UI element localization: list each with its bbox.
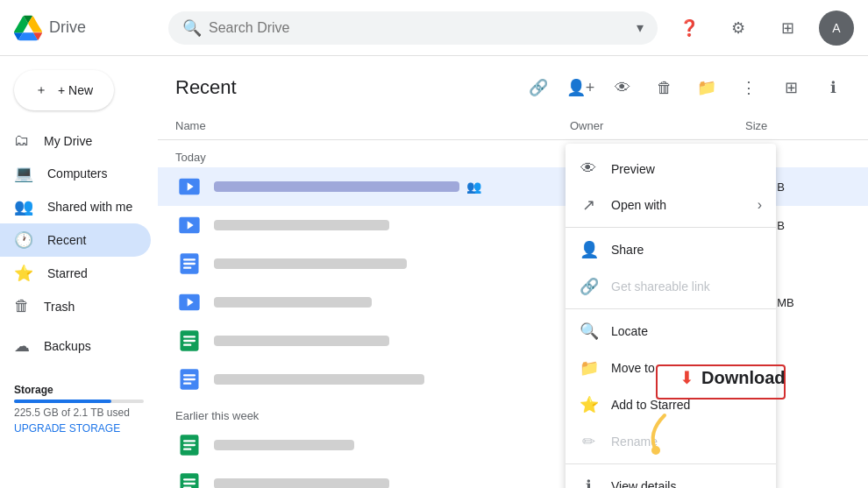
- app-container: Drive 🔍 ▾ ❓ ⚙ ⊞ A ＋ + New 🗂 My Drive: [0, 0, 868, 488]
- openwith-label: Open with: [611, 198, 666, 212]
- viewdetails-menu-icon: ℹ: [580, 477, 597, 488]
- sidebar-label-starred: Starred: [47, 266, 88, 280]
- moveto-menu-icon: 📁: [580, 358, 597, 378]
- sidebar: ＋ + New 🗂 My Drive 💻 Computers 👥 Shared …: [0, 56, 158, 488]
- submenu-arrow-icon: ›: [758, 197, 762, 213]
- settings-icon[interactable]: ⚙: [721, 11, 756, 46]
- preview-label: Preview: [611, 162, 655, 176]
- locate-menu-icon: 🔍: [580, 322, 597, 341]
- menu-item-locate[interactable]: 🔍 Locate: [566, 313, 776, 350]
- menu-item-viewdetails[interactable]: ℹ View details: [566, 468, 776, 488]
- openwith-menu-icon: ↗: [580, 195, 597, 215]
- recent-icon: 🕐: [14, 230, 33, 250]
- upgrade-link[interactable]: UPGRADE STORAGE: [14, 422, 144, 435]
- viewdetails-label: View details: [611, 479, 676, 488]
- sidebar-item-starred[interactable]: ⭐ Starred: [0, 257, 151, 290]
- menu-item-getlink: 🔗 Get shareable link: [566, 268, 776, 305]
- sidebar-item-backups[interactable]: ☁ Backups: [0, 329, 151, 363]
- plus-icon: ＋: [35, 82, 47, 98]
- menu-divider-3: [566, 463, 776, 464]
- sidebar-item-mydrive[interactable]: 🗂 My Drive: [0, 124, 151, 157]
- star-icon: ⭐: [14, 264, 33, 283]
- rename-label: Rename: [611, 435, 658, 449]
- menu-item-moveto[interactable]: 📁 Move to: [566, 350, 776, 386]
- new-button[interactable]: ＋ + New: [14, 70, 114, 110]
- folder-icon: 🗂: [14, 131, 30, 150]
- search-input[interactable]: [209, 20, 630, 36]
- search-icon: 🔍: [182, 18, 202, 38]
- menu-divider-1: [566, 227, 776, 228]
- new-button-label: + New: [58, 83, 93, 97]
- menu-item-addstarred[interactable]: ⭐ Add to Starred: [566, 386, 776, 423]
- body: ＋ + New 🗂 My Drive 💻 Computers 👥 Shared …: [0, 56, 868, 488]
- sidebar-label-trash: Trash: [44, 300, 75, 314]
- header-icons: ❓ ⚙ ⊞ A: [672, 11, 854, 46]
- trash-icon: 🗑: [14, 297, 30, 315]
- share-menu-icon: 👤: [580, 240, 597, 259]
- drive-logo-icon: [14, 14, 42, 42]
- context-menu: 👁 Preview ↗ Open with › 👤 Share �: [566, 144, 776, 488]
- help-icon[interactable]: ❓: [672, 11, 707, 46]
- shared-icon: 👥: [14, 197, 33, 216]
- sidebar-item-recent[interactable]: 🕐 Recent: [0, 223, 151, 257]
- sidebar-item-shared[interactable]: 👥 Shared with me: [0, 190, 151, 223]
- context-menu-overlay[interactable]: 👁 Preview ↗ Open with › 👤 Share �: [158, 56, 868, 488]
- rename-menu-icon: ✏: [580, 432, 597, 451]
- storage-section: Storage 225.5 GB of 2.1 TB used UPGRADE …: [0, 370, 158, 449]
- search-dropdown-icon[interactable]: ▾: [637, 19, 644, 36]
- sidebar-label-recent: Recent: [47, 233, 86, 247]
- preview-menu-icon: 👁: [580, 159, 597, 178]
- sidebar-label-mydrive: My Drive: [44, 134, 92, 148]
- moveto-label: Move to: [611, 361, 655, 375]
- menu-item-share[interactable]: 👤 Share: [566, 231, 776, 268]
- header: Drive 🔍 ▾ ❓ ⚙ ⊞ A: [0, 0, 868, 56]
- storage-bar: [14, 400, 144, 403]
- menu-item-preview[interactable]: 👁 Preview: [566, 151, 776, 187]
- getlink-menu-icon: 🔗: [580, 277, 597, 296]
- storage-label: Storage: [14, 384, 144, 396]
- sidebar-item-computers[interactable]: 💻 Computers: [0, 157, 151, 190]
- main-content: Recent 🔗 👤+ 👁 🗑 📁 ⋮ ⊞ ℹ Name Owner Size: [158, 56, 868, 488]
- logo: Drive: [14, 14, 154, 42]
- sidebar-label-shared: Shared with me: [47, 200, 132, 214]
- menu-item-rename: ✏ Rename: [566, 423, 776, 460]
- sidebar-label-computers: Computers: [47, 166, 107, 180]
- storage-bar-fill: [14, 400, 111, 403]
- sidebar-label-backups: Backups: [44, 339, 91, 353]
- star-menu-icon: ⭐: [580, 395, 597, 414]
- locate-label: Locate: [611, 324, 648, 338]
- share-label: Share: [611, 243, 644, 257]
- storage-used-text: 225.5 GB of 2.1 TB used: [14, 407, 144, 419]
- addstarred-label: Add to Starred: [611, 398, 690, 412]
- cloud-icon: ☁: [14, 336, 30, 356]
- menu-item-openwith[interactable]: ↗ Open with ›: [566, 187, 776, 223]
- search-bar[interactable]: 🔍 ▾: [168, 11, 658, 45]
- sidebar-item-trash[interactable]: 🗑 Trash: [0, 290, 151, 322]
- account-icon[interactable]: A: [819, 11, 854, 46]
- computer-icon: 💻: [14, 164, 33, 183]
- getlink-label: Get shareable link: [611, 279, 710, 294]
- apps-icon[interactable]: ⊞: [770, 11, 805, 46]
- logo-text: Drive: [49, 18, 86, 37]
- menu-divider-2: [566, 308, 776, 309]
